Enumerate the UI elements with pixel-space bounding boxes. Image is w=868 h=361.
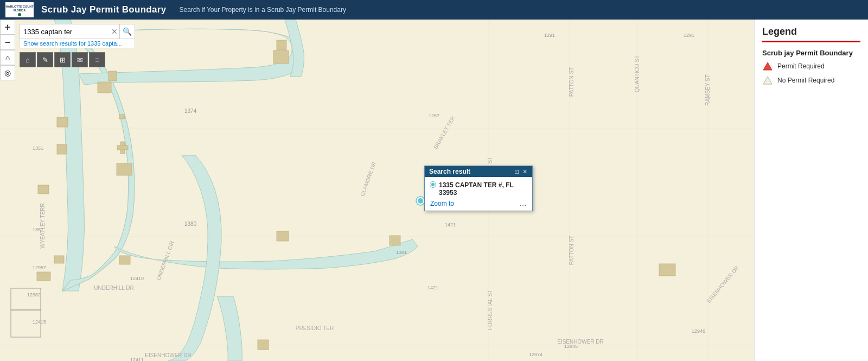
svg-text:FORRESTAL ST: FORRESTAL ST <box>487 290 493 330</box>
svg-rect-14 <box>57 117 68 127</box>
svg-text:QUANTICO ST: QUANTICO ST <box>634 55 640 92</box>
action-btn-3[interactable]: ⊞ <box>54 52 71 67</box>
map-container[interactable]: 1374 1380 1351 1357 12957 12962 12415 12… <box>0 20 754 361</box>
legend-panel: Legend Scrub jay Permit Boundary Permit … <box>754 20 868 361</box>
svg-text:1421: 1421 <box>427 285 438 290</box>
popup-address-text: 1335 CAPTAN TER #, FL 33953 <box>439 181 527 197</box>
svg-rect-27 <box>119 256 130 264</box>
svg-marker-69 <box>763 77 772 84</box>
popup-body: 1335 CAPTAN TER #, FL 33953 Zoom to ... <box>425 177 532 211</box>
svg-text:12411: 12411 <box>130 357 144 361</box>
popup-address: 1335 CAPTAN TER #, FL 33953 <box>430 181 527 197</box>
app-header: CHARLOTTE COUNTY FLORIDA Scrub Jay Permi… <box>0 0 868 20</box>
popup-actions: Zoom to ... <box>430 200 527 207</box>
svg-text:1421: 1421 <box>445 222 456 227</box>
no-permit-required-icon <box>762 75 773 85</box>
legend-item-permit: Permit Required <box>762 61 860 71</box>
svg-rect-20 <box>117 145 128 150</box>
svg-marker-68 <box>763 62 772 70</box>
popup-header: Search result ⊡ ✕ <box>425 166 532 177</box>
svg-rect-23 <box>277 231 289 241</box>
popup-location-dot <box>430 182 436 187</box>
popup-more-button[interactable]: ... <box>520 200 527 207</box>
svg-rect-21 <box>273 50 289 64</box>
svg-rect-25 <box>37 272 50 281</box>
svg-rect-24 <box>390 236 400 245</box>
svg-text:RAMSEY ST: RAMSEY ST <box>705 74 711 106</box>
svg-rect-28 <box>258 340 269 350</box>
svg-rect-18 <box>119 115 125 119</box>
app-subtitle: Search if Your Property is in a Scrub Ja… <box>179 6 346 14</box>
popup-resize-button[interactable]: ⊡ <box>514 168 520 175</box>
svg-text:12946: 12946 <box>692 328 705 334</box>
svg-text:1374: 1374 <box>184 108 197 114</box>
popup-header-icons: ⊡ ✕ <box>514 168 528 175</box>
svg-text:FLORIDA: FLORIDA <box>14 9 26 12</box>
legend-label-no-permit: No Permit Required <box>777 77 834 84</box>
zoom-toolbar: + − ⌂ ◎ <box>0 20 15 80</box>
svg-text:EISENHOWER DR: EISENHOWER DR <box>145 352 192 358</box>
svg-text:12957: 12957 <box>33 265 46 270</box>
svg-point-32 <box>417 198 424 204</box>
svg-rect-15 <box>117 163 132 175</box>
svg-rect-17 <box>38 185 49 194</box>
svg-text:1381: 1381 <box>396 250 407 255</box>
svg-point-3 <box>18 13 21 16</box>
locate-button[interactable]: ◎ <box>0 65 15 80</box>
zoom-to-link[interactable]: Zoom to <box>430 200 454 207</box>
search-result-popup: Search result ⊡ ✕ 1335 CAPTAN TER #, FL … <box>424 166 533 211</box>
svg-text:WYEATLEY TERR: WYEATLEY TERR <box>40 203 46 248</box>
svg-rect-22 <box>277 40 286 50</box>
svg-text:PRESIDIO TER: PRESIDIO TER <box>296 325 334 331</box>
svg-text:PATTON ST: PATTON ST <box>569 236 575 265</box>
zoom-out-button[interactable]: − <box>0 35 15 50</box>
search-input[interactable] <box>20 24 110 39</box>
search-row: ✕ 🔍 <box>20 24 135 39</box>
svg-rect-29 <box>659 264 675 276</box>
svg-text:UNDERHILL DR: UNDERHILL DR <box>94 285 134 291</box>
search-hint[interactable]: Show search results for 1335 capta... <box>20 39 135 48</box>
legend-section-title: Scrub jay Permit Boundary <box>762 49 860 57</box>
search-container: ✕ 🔍 Show search results for 1335 capta..… <box>20 24 135 48</box>
legend-label-permit: Permit Required <box>777 62 825 70</box>
svg-text:1351: 1351 <box>33 145 43 151</box>
home-button[interactable]: ⌂ <box>0 50 15 65</box>
svg-rect-12 <box>98 82 111 93</box>
svg-text:12974: 12974 <box>529 352 542 357</box>
action-btn-5[interactable]: ≡ <box>89 52 105 67</box>
svg-rect-26 <box>54 256 64 263</box>
permit-required-icon <box>762 61 773 71</box>
zoom-in-button[interactable]: + <box>0 20 15 35</box>
svg-text:12962: 12962 <box>27 292 41 297</box>
svg-text:1291: 1291 <box>684 33 694 38</box>
svg-text:EISENHOWER DR: EISENHOWER DR <box>557 339 604 345</box>
action-toolbar: ⌂ ✎ ⊞ ✉ ≡ <box>20 52 105 67</box>
svg-text:1291: 1291 <box>544 33 555 38</box>
legend-title: Legend <box>762 26 860 42</box>
search-clear-button[interactable]: ✕ <box>110 27 119 36</box>
svg-rect-16 <box>57 144 67 154</box>
app-title: Scrub Jay Permit Boundary <box>41 4 166 15</box>
svg-text:CHARLOTTE COUNTY: CHARLOTTE COUNTY <box>5 5 34 8</box>
action-btn-1[interactable]: ⌂ <box>20 52 36 67</box>
map-svg: 1374 1380 1351 1357 12957 12962 12415 12… <box>0 20 754 361</box>
action-btn-2[interactable]: ✎ <box>37 52 53 67</box>
logo: CHARLOTTE COUNTY FLORIDA <box>5 2 34 17</box>
popup-close-button[interactable]: ✕ <box>522 168 528 175</box>
search-submit-button[interactable]: 🔍 <box>119 24 135 39</box>
svg-text:12415: 12415 <box>33 319 46 325</box>
legend-item-no-permit: No Permit Required <box>762 75 860 85</box>
action-btn-4[interactable]: ✉ <box>72 52 88 67</box>
popup-title: Search result <box>429 168 514 175</box>
svg-text:12410: 12410 <box>130 276 144 281</box>
svg-text:1380: 1380 <box>184 221 197 227</box>
svg-rect-4 <box>0 20 754 361</box>
logo-image: CHARLOTTE COUNTY FLORIDA <box>5 2 34 17</box>
svg-text:1267: 1267 <box>429 113 439 118</box>
svg-text:PATTON ST: PATTON ST <box>569 67 575 97</box>
svg-rect-13 <box>108 71 117 81</box>
